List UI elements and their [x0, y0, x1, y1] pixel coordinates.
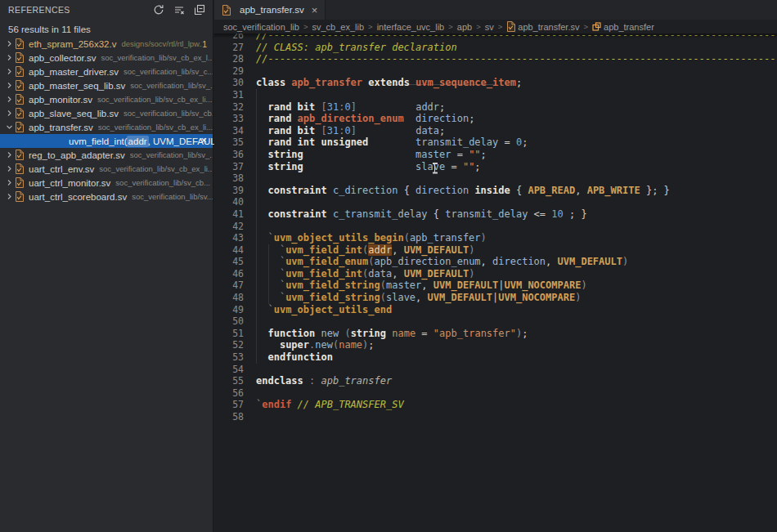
code-line-31[interactable]: 31 — [214, 89, 777, 101]
code-line-27[interactable]: 27// CLASS: apb_transfer declaration — [214, 42, 777, 54]
code-line-53[interactable]: 53 endfunction — [214, 351, 777, 364]
tab-close-icon[interactable]: × — [312, 5, 318, 16]
breadcrumb-item-apb_transfer[interactable]: apb_transfer — [592, 22, 654, 32]
file-row-uart_ctrl_monitor-sv[interactable]: uart_ctrl_monitor.svsoc_verification_lib… — [0, 176, 213, 190]
line-number[interactable]: 30 — [214, 77, 244, 89]
file-row-reg_to_apb_adapter-sv[interactable]: reg_to_apb_adapter.svsoc_verification_li… — [0, 148, 213, 162]
code-line-33[interactable]: 33 rand apb_direction_enum direction; — [214, 113, 777, 125]
chevron-right-icon[interactable] — [4, 51, 15, 65]
code-line-36[interactable]: 36 string master = ""; — [214, 149, 777, 161]
code-line-51[interactable]: 51 function new (string name = "apb_tran… — [214, 328, 777, 340]
line-number[interactable]: 47 — [214, 279, 244, 292]
file-row-uart_ctrl_env-sv[interactable]: uart_ctrl_env.svsoc_verification_lib/sv_… — [0, 162, 213, 176]
line-number[interactable]: 53 — [214, 351, 244, 364]
line-number[interactable]: 45 — [214, 256, 244, 268]
line-number[interactable]: 32 — [214, 101, 244, 114]
clear-all-icon[interactable] — [173, 3, 186, 16]
code-line-39[interactable]: 39 constraint c_direction { direction in… — [214, 185, 777, 197]
line-number[interactable]: 33 — [214, 113, 244, 125]
code-line-29[interactable]: 29 — [214, 65, 777, 78]
line-number[interactable]: 39 — [214, 185, 244, 197]
chevron-right-icon[interactable] — [4, 78, 15, 92]
code-line-50[interactable]: 50 — [214, 315, 777, 328]
file-row-apb_transfer-sv[interactable]: apb_transfer.svsoc_verification_lib/sv_c… — [0, 120, 213, 134]
chevron-right-icon[interactable] — [4, 148, 15, 162]
file-row-apb_collector-sv[interactable]: apb_collector.svsoc_verification_lib/sv_… — [0, 51, 213, 65]
code-line-26[interactable]: 26//------------------------------------… — [214, 34, 777, 42]
code-line-48[interactable]: 48 `uvm_field_string(slave, UVM_DEFAULT|… — [214, 292, 777, 304]
line-number[interactable]: 46 — [214, 268, 244, 280]
code-line-58[interactable]: 58 — [214, 411, 777, 423]
collapse-all-icon[interactable] — [193, 3, 206, 16]
line-number[interactable]: 50 — [214, 315, 244, 328]
line-number[interactable]: 37 — [214, 161, 244, 173]
refresh-icon[interactable] — [152, 3, 165, 16]
line-number[interactable]: 58 — [214, 411, 244, 423]
line-number[interactable]: 35 — [214, 136, 244, 149]
tab-apb-transfer[interactable]: apb_transfer.sv × — [214, 0, 326, 20]
breadcrumb-item-interface_uvc_lib[interactable]: interface_uvc_lib — [377, 22, 445, 32]
line-number[interactable]: 44 — [214, 244, 244, 257]
line-number[interactable]: 31 — [214, 89, 244, 101]
file-row-apb_master_seq_lib-sv[interactable]: apb_master_seq_lib.svsoc_verification_li… — [0, 78, 213, 92]
line-number[interactable]: 29 — [214, 65, 244, 78]
line-number[interactable]: 48 — [214, 292, 244, 304]
code-line-54[interactable]: 54 — [214, 364, 777, 376]
line-number[interactable]: 40 — [214, 196, 244, 208]
line-number[interactable]: 54 — [214, 364, 244, 376]
code-line-38[interactable]: 38 — [214, 172, 777, 185]
line-number[interactable]: 55 — [214, 375, 244, 387]
file-row-apb_monitor-sv[interactable]: apb_monitor.svsoc_verification_lib/sv_cb… — [0, 92, 213, 106]
line-number[interactable]: 56 — [214, 387, 244, 400]
chevron-right-icon[interactable] — [4, 162, 15, 176]
code-editor[interactable]: 26//------------------------------------… — [214, 34, 777, 532]
code-line-44[interactable]: 44 `uvm_field_int(addr, UVM_DEFAULT) — [214, 244, 777, 257]
line-number[interactable]: 34 — [214, 125, 244, 137]
code-line-57[interactable]: 57`endif // APB_TRANSFER_SV — [214, 399, 777, 411]
code-line-28[interactable]: 28//------------------------------------… — [214, 53, 777, 65]
line-number[interactable]: 26 — [214, 34, 244, 42]
line-number[interactable]: 36 — [214, 149, 244, 161]
code-line-46[interactable]: 46 `uvm_field_int(data, UVM_DEFAULT) — [214, 268, 777, 280]
file-row-apb_slave_seq_lib-sv[interactable]: apb_slave_seq_lib.svsoc_verification_lib… — [0, 106, 213, 120]
chevron-right-icon[interactable] — [4, 92, 15, 106]
chevron-right-icon[interactable] — [4, 176, 15, 190]
chevron-right-icon[interactable] — [4, 190, 15, 203]
file-row-eth_spram_256x32-v[interactable]: eth_spram_256x32.vdesigns/socv/rtl/rtl_l… — [0, 37, 213, 51]
line-number[interactable]: 49 — [214, 304, 244, 316]
chevron-right-icon[interactable] — [4, 37, 15, 51]
chevron-right-icon[interactable] — [4, 106, 15, 120]
breadcrumb-item-sv_cb_ex_lib[interactable]: sv_cb_ex_lib — [312, 22, 365, 32]
chevron-right-icon[interactable] — [4, 65, 15, 78]
code-line-45[interactable]: 45 `uvm_field_enum(apb_direction_enum, d… — [214, 256, 777, 268]
reference-item-selected[interactable]: uvm_field_int(addr, UVM_DEFAULT)× — [0, 134, 213, 148]
code-line-43[interactable]: 43 `uvm_object_utils_begin(apb_transfer) — [214, 232, 777, 244]
breadcrumb-item-sv[interactable]: sv — [485, 22, 494, 32]
line-number[interactable]: 51 — [214, 328, 244, 340]
line-number[interactable]: 52 — [214, 339, 244, 351]
code-line-56[interactable]: 56 — [214, 387, 777, 400]
code-line-40[interactable]: 40 — [214, 196, 777, 208]
line-number[interactable]: 43 — [214, 232, 244, 244]
code-line-55[interactable]: 55endclass : apb_transfer — [214, 375, 777, 387]
code-line-49[interactable]: 49 `uvm_object_utils_end — [214, 304, 777, 316]
line-number[interactable]: 27 — [214, 42, 244, 54]
breadcrumb-item-soc_verification_lib[interactable]: soc_verification_lib — [223, 22, 299, 32]
code-line-52[interactable]: 52 super.new(name); — [214, 339, 777, 351]
code-line-47[interactable]: 47 `uvm_field_string(master, UVM_DEFAULT… — [214, 279, 777, 292]
chevron-down-icon[interactable] — [4, 120, 15, 134]
file-row-uart_ctrl_scoreboard-sv[interactable]: uart_ctrl_scoreboard.svsoc_verification_… — [0, 190, 213, 203]
breadcrumb-item-apb_transfer-sv[interactable]: apb_transfer.sv — [506, 21, 579, 32]
line-number[interactable]: 38 — [214, 172, 244, 185]
code-line-42[interactable]: 42 — [214, 221, 777, 233]
line-number[interactable]: 42 — [214, 221, 244, 233]
code-line-32[interactable]: 32 rand bit [31:0] addr; — [214, 101, 777, 114]
code-line-30[interactable]: 30class apb_transfer extends uvm_sequenc… — [214, 77, 777, 89]
code-line-35[interactable]: 35 rand int unsigned transmit_delay = 0; — [214, 136, 777, 149]
code-line-34[interactable]: 34 rand bit [31:0] data; — [214, 125, 777, 137]
close-icon[interactable]: × — [200, 134, 207, 148]
code-line-41[interactable]: 41 constraint c_transmit_delay { transmi… — [214, 208, 777, 221]
line-number[interactable]: 57 — [214, 399, 244, 411]
line-number[interactable]: 28 — [214, 53, 244, 65]
file-row-apb_master_driver-sv[interactable]: apb_master_driver.svsoc_verification_lib… — [0, 65, 213, 78]
